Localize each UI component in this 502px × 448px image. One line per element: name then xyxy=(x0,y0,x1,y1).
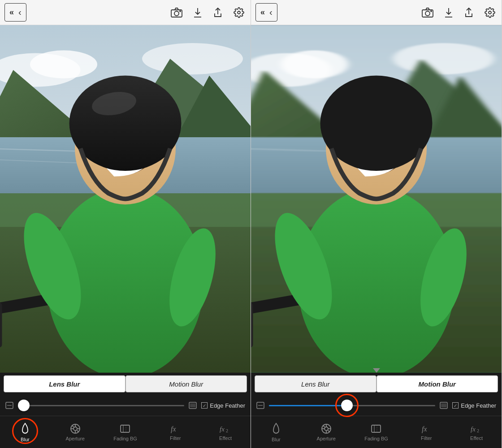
left-nav-blur[interactable]: Blur xyxy=(0,416,50,448)
right-blur-icon xyxy=(271,422,281,435)
left-edge-feather-checkbox[interactable]: ✓ xyxy=(201,402,208,409)
svg-text:2: 2 xyxy=(477,428,479,433)
right-aperture-icon xyxy=(321,423,332,434)
right-slider-thumb[interactable] xyxy=(341,400,353,411)
left-nav-effect[interactable]: fx 2 Effect xyxy=(200,416,251,448)
svg-text:fx: fx xyxy=(422,425,427,433)
left-toolbar: « ‹ xyxy=(0,0,251,25)
svg-text:fx: fx xyxy=(220,426,225,433)
right-back-single-btn[interactable]: ‹ xyxy=(268,5,274,19)
svg-text:fx: fx xyxy=(171,425,176,433)
right-bottom-controls: Lens Blur Motion Blur xyxy=(251,373,502,448)
left-blur-icon xyxy=(20,422,30,435)
left-back-single-btn[interactable]: ‹ xyxy=(17,5,23,19)
left-nav-filter[interactable]: fx Filter xyxy=(150,416,200,448)
svg-rect-38 xyxy=(121,425,130,432)
left-bottom-nav: Blur Aperture xyxy=(0,416,251,448)
left-image-area xyxy=(0,25,251,373)
left-filter-label: Filter xyxy=(170,435,181,441)
svg-rect-63 xyxy=(251,303,253,348)
right-slider-max-icon xyxy=(440,402,448,409)
left-motion-blur-tab[interactable]: Motion Blur xyxy=(126,375,247,392)
right-nav-filter[interactable]: fx Filter xyxy=(401,416,451,448)
right-nav-aperture[interactable]: Aperture xyxy=(301,416,351,448)
right-blur-label: Blur xyxy=(272,437,281,442)
right-aperture-label: Aperture xyxy=(317,436,336,441)
svg-point-6 xyxy=(238,11,240,14)
svg-point-69 xyxy=(320,76,433,171)
left-effect-label: Effect xyxy=(219,435,232,441)
right-bottom-nav: Blur Aperture xyxy=(251,416,502,448)
svg-point-26 xyxy=(69,76,182,171)
svg-point-46 xyxy=(431,11,432,12)
left-panel: « ‹ xyxy=(0,0,251,448)
left-nav-fading-bg[interactable]: Fading BG xyxy=(100,416,151,448)
svg-point-2 xyxy=(180,11,181,12)
right-slider-min-icon xyxy=(256,402,264,409)
left-edge-feather-label-text: Edge Feather xyxy=(210,402,245,409)
left-blur-tabs: Lens Blur Motion Blur xyxy=(0,373,251,395)
svg-text:fx: fx xyxy=(471,426,476,433)
left-download-btn[interactable] xyxy=(191,5,204,20)
right-filter-label: Filter xyxy=(421,435,432,441)
right-arrow-indicator xyxy=(373,368,380,373)
left-slider-thumb[interactable] xyxy=(18,400,30,411)
svg-point-1 xyxy=(174,11,179,16)
right-edge-feather-checkbox[interactable]: ✓ xyxy=(452,402,459,409)
right-nav-fading-bg[interactable]: Fading BG xyxy=(351,416,402,448)
right-back-box: « ‹ xyxy=(255,3,277,22)
right-slider-track[interactable] xyxy=(269,405,435,406)
right-nav-effect[interactable]: fx 2 Effect xyxy=(451,416,502,448)
right-image-area xyxy=(251,25,502,373)
right-nav-blur[interactable]: Blur xyxy=(251,416,301,448)
svg-point-53 xyxy=(281,50,348,78)
left-edge-feather: ✓ Edge Feather xyxy=(201,402,245,409)
svg-point-31 xyxy=(74,427,77,431)
left-back-double-btn[interactable]: « xyxy=(8,6,16,19)
left-nav-aperture[interactable]: Aperture xyxy=(50,416,100,448)
right-fading-icon xyxy=(371,423,381,434)
svg-point-9 xyxy=(30,50,97,78)
right-slider-row: ✓ Edge Feather xyxy=(251,395,502,416)
right-share-btn[interactable] xyxy=(462,5,476,20)
svg-point-73 xyxy=(325,427,328,431)
left-toolbar-right xyxy=(169,5,246,20)
svg-point-45 xyxy=(425,11,430,16)
left-slider-track[interactable] xyxy=(18,405,184,406)
left-settings-btn[interactable] xyxy=(232,5,246,20)
right-motion-blur-tab[interactable]: Motion Blur xyxy=(376,375,498,392)
left-back-box: « ‹ xyxy=(4,3,26,22)
left-share-btn[interactable] xyxy=(211,5,225,20)
right-edge-feather-label-text: Edge Feather xyxy=(461,402,496,409)
svg-text:2: 2 xyxy=(226,428,228,433)
left-camera-btn[interactable] xyxy=(169,5,184,20)
left-aperture-label: Aperture xyxy=(66,436,85,441)
right-back-double-btn[interactable]: « xyxy=(259,6,267,19)
right-toolbar: « ‹ xyxy=(251,0,502,25)
right-camera-btn[interactable] xyxy=(420,5,435,20)
right-panel: « ‹ xyxy=(251,0,502,448)
left-slider-row: ✓ Edge Feather xyxy=(0,395,251,416)
left-fading-icon xyxy=(120,423,130,434)
left-aperture-icon xyxy=(70,423,81,434)
left-fading-label: Fading BG xyxy=(113,436,137,441)
svg-point-10 xyxy=(142,43,243,74)
svg-point-54 xyxy=(393,43,494,74)
right-download-btn[interactable] xyxy=(442,5,455,20)
right-settings-btn[interactable] xyxy=(483,5,497,20)
left-filter-icon: fx xyxy=(169,424,181,434)
right-lens-blur-tab[interactable]: Lens Blur xyxy=(255,375,376,392)
right-toolbar-right xyxy=(420,5,497,20)
right-effect-label: Effect xyxy=(470,435,483,441)
left-slider-min-icon xyxy=(5,402,13,409)
left-lens-blur-tab[interactable]: Lens Blur xyxy=(4,375,126,392)
left-bottom-controls: Lens Blur Motion Blur ✓ xyxy=(0,373,251,448)
svg-rect-20 xyxy=(0,303,2,348)
right-effect-icon: fx 2 xyxy=(470,424,483,434)
right-blur-tabs: Lens Blur Motion Blur xyxy=(251,373,502,395)
left-slider-max-icon xyxy=(189,402,197,409)
left-blur-label: Blur xyxy=(21,437,30,442)
left-effect-icon: fx 2 xyxy=(219,424,232,434)
svg-point-50 xyxy=(489,11,491,14)
svg-rect-80 xyxy=(372,425,381,432)
